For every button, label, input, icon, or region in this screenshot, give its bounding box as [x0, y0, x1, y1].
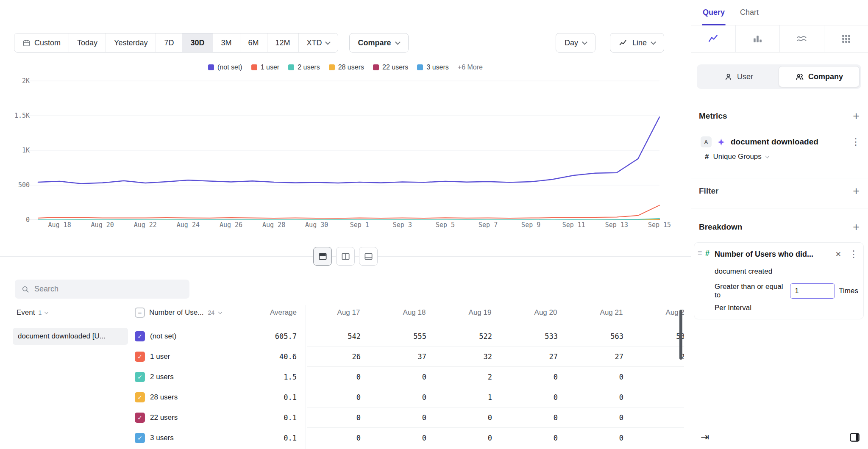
cell-value: 0 — [316, 387, 381, 407]
range-label: 30D — [190, 39, 204, 47]
range-button-12m[interactable]: 12M — [267, 33, 298, 52]
add-metric-button[interactable]: + — [853, 111, 860, 122]
side-panel-icon[interactable] — [849, 432, 860, 443]
add-filter-button[interactable]: + — [853, 186, 860, 197]
row-checkbox[interactable]: ✓ — [135, 413, 145, 423]
kebab-menu-icon[interactable]: ⋮ — [851, 137, 860, 147]
breakdown-unit-label: Times — [839, 287, 858, 295]
column-header-date: Aug 21 — [579, 305, 644, 320]
close-icon[interactable]: ✕ — [835, 250, 841, 259]
drag-handle-icon[interactable]: ≡ — [698, 249, 702, 258]
column-header-groups[interactable]: − Number of Use... 24 — [135, 305, 222, 320]
row-checkbox[interactable]: ✓ — [135, 352, 145, 362]
table-row: ✓22 users0.1000000 — [0, 407, 684, 428]
analytics-app: CustomTodayYesterday7D30D3M6M12MXTD Comp… — [0, 0, 868, 449]
bottom-panel-icon — [364, 252, 373, 261]
group-label[interactable]: 3 users — [150, 428, 174, 448]
row-checkbox[interactable]: ✓ — [135, 392, 145, 402]
chart-type-tab-stream[interactable] — [779, 25, 824, 52]
tab-query-label: Query — [703, 8, 725, 17]
cell-value: 533 — [513, 326, 579, 346]
group-label[interactable]: 28 users — [150, 387, 178, 407]
tab-query[interactable]: Query — [703, 0, 725, 25]
layout-toggles — [0, 247, 691, 266]
chart-type-tabs — [691, 25, 868, 53]
group-label[interactable]: 2 users — [150, 367, 174, 387]
section-divider — [691, 178, 868, 178]
range-button-xtd[interactable]: XTD — [298, 33, 338, 52]
metric-badge: A — [701, 136, 712, 147]
event-count: 1 — [38, 309, 42, 316]
chevron-down-icon — [395, 39, 401, 45]
measure-dropdown[interactable]: # Unique Groups — [705, 152, 860, 161]
y-axis-label: 500 — [18, 181, 30, 189]
cell-value: 0 — [644, 407, 684, 428]
x-axis-label: Aug 22 — [134, 221, 157, 229]
range-button-yesterday[interactable]: Yesterday — [106, 33, 156, 52]
range-button-30d[interactable]: 30D — [182, 33, 212, 52]
cell-value: 0 — [644, 367, 684, 387]
series-line[interactable] — [38, 205, 659, 219]
group-label[interactable]: 22 users — [150, 407, 178, 428]
cell-value: 26 — [316, 346, 381, 367]
layout-toggle-split-columns[interactable] — [336, 247, 355, 266]
layout-toggle-bottom-panel[interactable] — [359, 247, 378, 266]
layout-toggle-split-rows[interactable] — [313, 247, 332, 266]
cell-value: 0 — [644, 387, 684, 407]
range-button-7d[interactable]: 7D — [156, 33, 182, 52]
stream-chart-icon — [796, 33, 807, 44]
sidebar-footer: ⇥ — [691, 425, 868, 449]
group-label[interactable]: 1 user — [150, 346, 170, 367]
range-button-6m[interactable]: 6M — [240, 33, 267, 52]
chevron-down-icon — [582, 39, 587, 45]
interval-dropdown[interactable]: Day — [556, 33, 595, 53]
series-line[interactable] — [38, 219, 659, 220]
y-axis-label: 1.5K — [14, 112, 30, 119]
range-label: 6M — [248, 39, 259, 47]
table-scrollbar[interactable] — [679, 310, 682, 360]
cell-value: 32 — [447, 346, 513, 367]
select-all-checkbox[interactable]: − — [135, 308, 145, 318]
query-sidebar: Query Chart User Company — [691, 0, 868, 449]
breakdown-title-row: Number of Users who did... ✕ ⋮ — [715, 249, 858, 260]
y-axis-label: 2K — [22, 77, 30, 85]
cell-value: 2 — [447, 367, 513, 387]
metric-item[interactable]: A document downloaded ⋮ — [701, 136, 860, 147]
add-breakdown-button[interactable]: + — [853, 222, 860, 233]
level-option-company[interactable]: Company — [779, 66, 860, 87]
level-option-user[interactable]: User — [698, 66, 779, 87]
breakdown-value-input[interactable] — [790, 283, 835, 299]
collapse-panel-icon[interactable]: ⇥ — [701, 431, 709, 443]
cell-value: 27 — [579, 346, 644, 367]
x-axis-label: Sep 15 — [648, 221, 671, 229]
section-divider — [691, 208, 868, 208]
user-icon — [724, 72, 733, 81]
kebab-menu-icon[interactable]: ⋮ — [849, 249, 858, 259]
chart-type-tab-line[interactable] — [691, 25, 735, 52]
chart-type-dropdown[interactable]: Line — [610, 33, 664, 53]
x-axis-label: Sep 13 — [605, 221, 628, 229]
cell-value: 0 — [316, 428, 381, 448]
compare-dropdown[interactable]: Compare — [349, 33, 409, 53]
range-button-today[interactable]: Today — [69, 33, 106, 52]
table-row: ✓(not set)605.7542555522533563530 — [0, 326, 684, 346]
chart-type-tab-bar[interactable] — [735, 25, 780, 52]
search-input[interactable] — [34, 285, 183, 294]
metrics-heading: Metrics — [699, 111, 727, 121]
cell-value: 0 — [579, 387, 644, 407]
cell-value: 37 — [381, 346, 447, 367]
row-checkbox[interactable]: ✓ — [135, 372, 145, 382]
breakdown-condition-label: Greater than or equal to — [715, 283, 786, 299]
group-label[interactable]: (not set) — [150, 326, 176, 346]
line-chart[interactable]: 05001K1.5K2KAug 18Aug 20Aug 22Aug 24Aug … — [0, 59, 691, 241]
column-header-event[interactable]: Event 1 — [17, 305, 48, 320]
chart-type-tab-grid[interactable] — [824, 25, 868, 52]
range-button-3m[interactable]: 3M — [213, 33, 240, 52]
row-checkbox[interactable]: ✓ — [135, 331, 145, 341]
cell-value: 0 — [381, 407, 447, 428]
breakdown-event: document created — [715, 267, 858, 276]
tab-chart[interactable]: Chart — [740, 0, 759, 25]
chevron-down-icon — [325, 39, 331, 45]
range-button-custom[interactable]: Custom — [14, 33, 69, 52]
row-checkbox[interactable]: ✓ — [135, 433, 145, 443]
